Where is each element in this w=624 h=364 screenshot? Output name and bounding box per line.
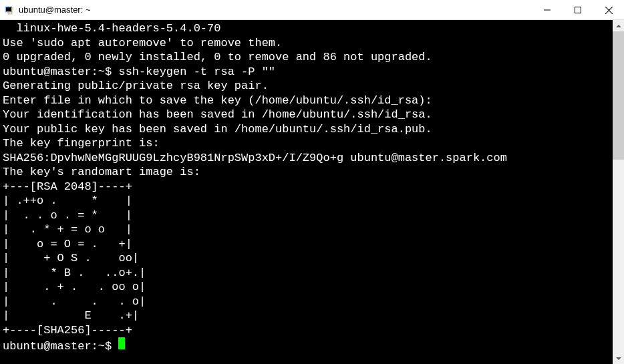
terminal-prompt: ubuntu@master:~$ (3, 339, 118, 354)
svg-rect-5 (575, 7, 581, 13)
scrollbar[interactable] (613, 20, 624, 364)
svg-rect-2 (8, 12, 12, 14)
window-controls (532, 0, 624, 19)
svg-rect-1 (6, 7, 11, 11)
cursor (118, 337, 125, 349)
window-title: ubuntu@master: ~ (19, 5, 532, 15)
svg-marker-8 (616, 25, 621, 27)
minimize-button[interactable] (532, 0, 563, 20)
terminal[interactable]: linux-hwe-5.4-headers-5.4.0-70 Use 'sudo… (0, 20, 613, 364)
putty-icon (4, 5, 15, 15)
titlebar: ubuntu@master: ~ (0, 0, 624, 20)
scroll-up-button[interactable] (613, 20, 624, 31)
scroll-track[interactable] (613, 31, 624, 353)
close-button[interactable] (593, 0, 624, 20)
terminal-output: linux-hwe-5.4-headers-5.4.0-70 Use 'sudo… (3, 22, 507, 337)
scroll-thumb[interactable] (613, 31, 624, 160)
maximize-button[interactable] (563, 0, 593, 20)
scroll-down-button[interactable] (613, 353, 624, 364)
svg-marker-9 (616, 357, 621, 360)
terminal-wrapper: linux-hwe-5.4-headers-5.4.0-70 Use 'sudo… (0, 20, 624, 364)
